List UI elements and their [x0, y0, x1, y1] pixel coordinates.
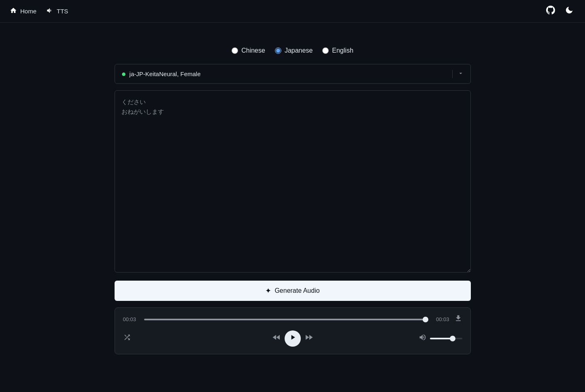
navbar-left: Home TTS [10, 7, 68, 15]
github-button[interactable] [545, 4, 557, 18]
chevron-down-icon [457, 70, 464, 78]
play-button[interactable] [285, 330, 301, 347]
audio-progress-row: 00:03 00:03 [123, 314, 462, 324]
generate-label: Generate Audio [274, 287, 319, 294]
home-nav-item[interactable]: Home [10, 7, 36, 15]
volume-icon [419, 335, 427, 343]
voice-dropdown[interactable]: ● ja-JP-KeitaNeural, Female [115, 64, 471, 84]
voice-name: ja-JP-KeitaNeural, Female [130, 70, 201, 77]
home-icon [10, 7, 17, 15]
navbar: Home TTS [0, 0, 585, 23]
voice-dropdown-container: ● ja-JP-KeitaNeural, Female [115, 64, 471, 84]
github-icon [546, 6, 555, 17]
text-input[interactable]: ください おねがいします [115, 90, 471, 273]
audio-player: 00:03 00:03 [115, 307, 471, 354]
english-radio[interactable] [322, 47, 329, 54]
audio-controls-row [123, 329, 462, 347]
shuffle-button[interactable] [123, 333, 131, 343]
english-label: English [332, 47, 353, 54]
japanese-radio[interactable] [275, 47, 281, 54]
home-label: Home [20, 8, 36, 15]
english-radio-label[interactable]: English [322, 47, 353, 54]
rewind-icon [272, 332, 281, 344]
volume-slider[interactable] [430, 338, 462, 339]
chinese-radio[interactable] [232, 47, 238, 54]
japanese-radio-label[interactable]: Japanese [275, 47, 313, 54]
progress-thumb [423, 317, 428, 322]
shuffle-icon [123, 333, 131, 343]
fast-forward-icon [304, 332, 314, 344]
language-selector: Chinese Japanese English [232, 47, 353, 54]
dropdown-divider [452, 70, 453, 78]
volume-section [419, 333, 462, 343]
japanese-label: Japanese [285, 47, 313, 54]
rewind-button[interactable] [268, 329, 285, 347]
main-content: Chinese Japanese English ● ja-JP-KeitaNe… [111, 23, 475, 371]
fast-forward-button[interactable] [301, 329, 317, 347]
tts-nav-item[interactable]: TTS [46, 7, 68, 15]
voice-status-dot: ● [121, 69, 126, 79]
chinese-radio-label[interactable]: Chinese [232, 47, 265, 54]
total-time: 00:03 [433, 316, 449, 322]
generate-audio-button[interactable]: ✦ Generate Audio [115, 281, 471, 301]
volume-button[interactable] [419, 333, 427, 343]
navbar-right [545, 4, 575, 18]
tts-label: TTS [57, 8, 68, 15]
sparkle-icon: ✦ [265, 286, 271, 295]
progress-bar[interactable] [144, 319, 428, 320]
download-icon [454, 314, 462, 324]
chinese-label: Chinese [241, 47, 265, 54]
download-button[interactable] [454, 314, 462, 324]
current-time: 00:03 [123, 316, 139, 322]
progress-fill [144, 319, 428, 320]
text-area-container: ください おねがいします [115, 90, 471, 274]
play-icon [289, 333, 297, 343]
theme-toggle-button[interactable] [563, 4, 575, 18]
moon-icon [565, 6, 574, 17]
speaker-icon [46, 7, 53, 15]
